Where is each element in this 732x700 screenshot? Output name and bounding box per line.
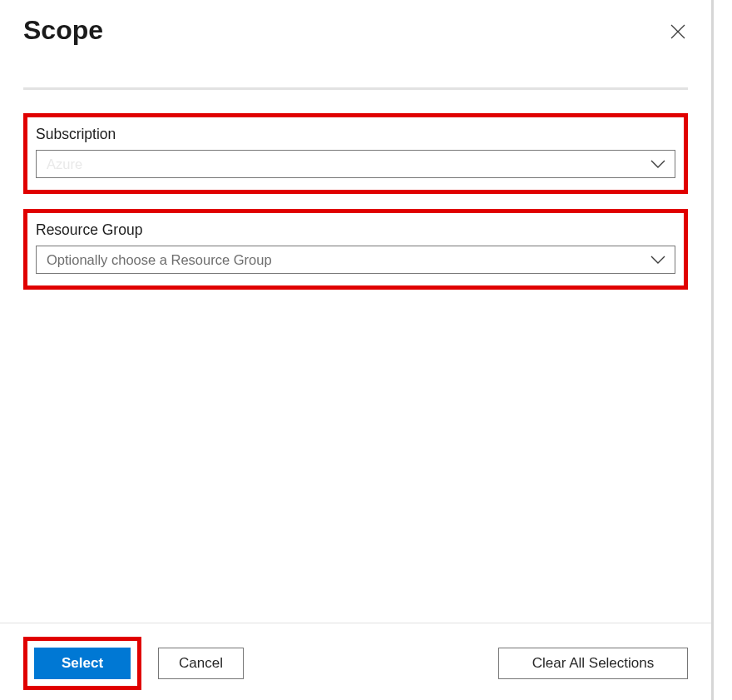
subscription-label: Subscription <box>36 126 675 143</box>
resource-group-placeholder: Optionally choose a Resource Group <box>47 252 272 268</box>
subscription-dropdown[interactable]: Azure <box>36 150 675 178</box>
form-area: Subscription Azure Resource Group Option… <box>0 113 711 290</box>
panel-header: Scope <box>0 0 711 46</box>
header-divider <box>23 87 688 90</box>
close-icon <box>670 23 686 40</box>
close-button[interactable] <box>668 22 688 42</box>
cancel-button[interactable]: Cancel <box>158 648 244 679</box>
scope-panel: Scope Subscription Azure Resource Group <box>0 0 714 700</box>
subscription-value: Azure <box>47 156 82 172</box>
select-button[interactable]: Select <box>34 648 131 679</box>
chevron-down-icon <box>650 255 666 265</box>
subscription-highlight: Subscription Azure <box>23 113 688 194</box>
resource-group-dropdown[interactable]: Optionally choose a Resource Group <box>36 246 675 274</box>
resource-group-label: Resource Group <box>36 221 675 239</box>
panel-footer: Select Cancel Clear All Selections <box>0 623 711 690</box>
panel-title: Scope <box>23 15 103 46</box>
clear-all-button[interactable]: Clear All Selections <box>498 648 688 679</box>
chevron-down-icon <box>650 159 666 169</box>
select-highlight: Select <box>23 637 141 690</box>
resource-group-highlight: Resource Group Optionally choose a Resou… <box>23 209 688 290</box>
